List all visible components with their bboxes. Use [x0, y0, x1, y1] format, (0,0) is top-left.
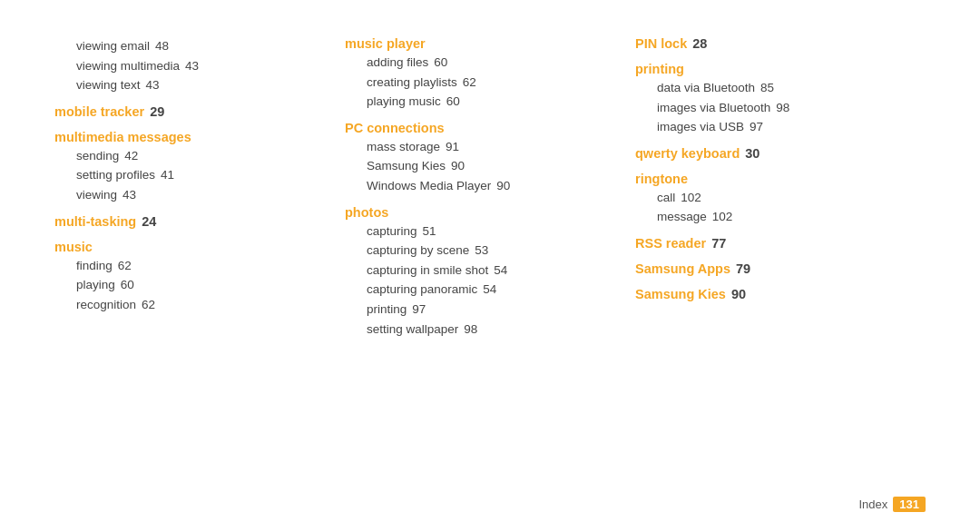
page-number: 48 [155, 39, 169, 53]
heading-samsung-apps: Samsung Apps79 [635, 261, 926, 276]
list-item: playing60 [54, 275, 345, 295]
page-number: 41 [161, 168, 174, 182]
page-number: 77 [711, 236, 726, 251]
heading-multimedia-messages: multimedia messages [54, 130, 345, 144]
column-2: music playeradding files60creating playl… [345, 36, 635, 496]
heading-pin-lock: PIN lock28 [635, 36, 926, 51]
heading-qwerty-keyboard: qwerty keyboard30 [635, 146, 926, 161]
page-number: 97 [412, 302, 426, 316]
heading-music-player: music player [345, 36, 635, 51]
list-item: capturing by scene53 [345, 241, 635, 261]
column-1: viewing email48viewing multimedia43viewi… [54, 36, 345, 496]
page-number: 90 [731, 287, 746, 301]
page-number: 43 [146, 78, 160, 92]
page-number: 90 [451, 159, 465, 172]
page-number: 102 [681, 191, 701, 204]
index-page: viewing email48viewing multimedia43viewi… [0, 0, 980, 532]
list-item: setting wallpaper98 [345, 320, 635, 340]
heading-printing: printing [635, 62, 926, 76]
heading-mobile-tracker: mobile tracker29 [54, 104, 345, 119]
heading-music: music [54, 240, 345, 254]
heading-multi-tasking: multi-tasking24 [54, 214, 345, 229]
page-number: 30 [745, 146, 760, 161]
page-number: 43 [185, 59, 199, 73]
footer: Index 131 [858, 497, 926, 512]
list-item: sending42 [54, 146, 345, 166]
list-item: recognition62 [54, 295, 345, 315]
list-item: adding files60 [345, 53, 635, 73]
footer-label: Index [858, 498, 887, 511]
list-item: capturing51 [345, 222, 635, 241]
heading-rss-reader: RSS reader77 [635, 236, 926, 251]
heading-photos: photos [345, 205, 635, 220]
list-item: message102 [635, 207, 926, 227]
list-item: viewing text43 [54, 75, 345, 95]
page-number: 90 [496, 179, 510, 192]
page-number: 54 [483, 282, 496, 296]
footer-page: 131 [893, 497, 926, 512]
page-number: 97 [750, 120, 763, 133]
list-item: viewing43 [54, 185, 345, 205]
column-3: PIN lock28printingdata via Bluetooth85im… [635, 36, 926, 496]
page-number: 62 [463, 75, 476, 89]
list-item: call102 [635, 188, 926, 208]
page-number: 98 [776, 101, 789, 114]
list-item: images via Bluetooth98 [635, 98, 926, 118]
list-item: data via Bluetooth85 [635, 78, 926, 98]
page-number: 62 [142, 298, 155, 311]
page-number: 79 [736, 261, 750, 276]
page-number: 62 [118, 259, 132, 272]
list-item: Samsung Kies90 [345, 156, 635, 176]
list-item: viewing multimedia43 [54, 56, 345, 76]
page-number: 60 [446, 94, 460, 108]
page-number: 53 [475, 243, 488, 257]
heading-samsung-kies: Samsung Kies90 [635, 287, 926, 301]
list-item: capturing in smile shot54 [345, 261, 635, 281]
page-number: 54 [494, 263, 507, 277]
heading-ringtone: ringtone [635, 172, 926, 186]
list-item: Windows Media Player90 [345, 176, 635, 196]
page-number: 43 [122, 188, 136, 202]
page-number: 60 [434, 55, 447, 69]
list-item: capturing panoramic54 [345, 280, 635, 300]
page-number: 60 [121, 278, 134, 291]
page-number: 102 [712, 210, 733, 223]
list-item: creating playlists62 [345, 73, 635, 93]
page-number: 28 [692, 36, 707, 51]
page-number: 24 [142, 214, 156, 229]
page-number: 91 [446, 140, 459, 153]
heading-pc-connections: PC connections [345, 121, 635, 135]
page-number: 51 [423, 224, 436, 238]
page-number: 85 [760, 81, 774, 94]
page-number: 42 [124, 149, 138, 163]
list-item: mass storage91 [345, 137, 635, 157]
page-number: 29 [150, 104, 164, 119]
list-item: finding62 [54, 256, 345, 276]
list-item: printing97 [345, 300, 635, 320]
page-number: 98 [464, 322, 477, 336]
list-item: playing music60 [345, 92, 635, 112]
list-item: images via USB97 [635, 117, 926, 137]
list-item: setting profiles41 [54, 165, 345, 185]
list-item: viewing email48 [54, 36, 345, 56]
